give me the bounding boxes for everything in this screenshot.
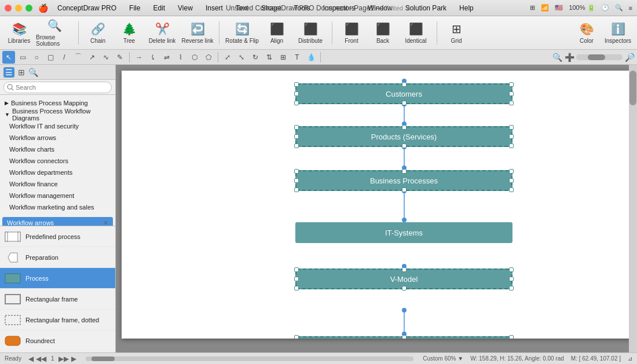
handle-bc[interactable] xyxy=(402,187,407,192)
nav-workflow-connectors[interactable]: Workflow connectors xyxy=(0,155,115,167)
group-tool[interactable]: ⊞ xyxy=(277,51,290,64)
canvas-vertical-scrollbar[interactable] xyxy=(629,65,637,352)
pointer-tool[interactable]: ↖ xyxy=(2,51,15,64)
inspectors-button[interactable]: ℹ️ Inspectors xyxy=(603,19,632,47)
handle-ml[interactable] xyxy=(294,134,299,139)
page-first-button[interactable]: ◀◀ xyxy=(36,355,46,363)
shape-preparation[interactable]: Preparation xyxy=(0,247,115,268)
handle-tr[interactable] xyxy=(509,267,514,272)
handle-tl[interactable] xyxy=(294,125,299,130)
nav-tag-workflow-arrows[interactable]: Workflow arrows ✕ xyxy=(2,217,113,226)
menu-file[interactable]: File xyxy=(127,3,142,13)
tree-button[interactable]: 🌲 Tree xyxy=(115,19,144,47)
page-last-button[interactable]: ▶▶ xyxy=(58,355,69,363)
handle-bc[interactable] xyxy=(402,286,407,291)
handle-br[interactable] xyxy=(509,101,514,105)
maximize-button[interactable] xyxy=(25,5,32,12)
arc-tool[interactable]: ⌒ xyxy=(72,51,85,64)
libraries-button[interactable]: 📚 Libraries xyxy=(5,19,34,47)
identical-button[interactable]: ⬛ Identical xyxy=(400,19,432,47)
handle-mr[interactable] xyxy=(509,134,514,139)
handle-bc[interactable] xyxy=(402,101,407,105)
customers-node[interactable]: Customers xyxy=(295,83,512,104)
move-tool[interactable]: ⤢ xyxy=(221,51,234,64)
shape-rect-frame-dotted[interactable]: Rectangular frame, dotted xyxy=(0,310,115,330)
nav-workflow-arrows[interactable]: Workflow arrows xyxy=(0,132,115,144)
front-button[interactable]: ⬛ Front xyxy=(337,19,366,47)
page-prev-button[interactable]: ◀ xyxy=(28,355,34,363)
it-systems-node[interactable]: IT-Systems xyxy=(295,222,512,243)
align-button[interactable]: ⬛ Align xyxy=(262,19,291,47)
handle-tc[interactable] xyxy=(402,169,407,174)
chain-button[interactable]: 🔗 Chain xyxy=(83,19,112,47)
nav-workflow-it[interactable]: Workflow IT and security xyxy=(0,120,115,132)
handle-tl[interactable] xyxy=(294,169,299,174)
shape-predefined-process[interactable]: Predefined process xyxy=(0,226,115,247)
canvas-area[interactable]: Customers Products (Services) xyxy=(116,65,637,352)
search-input[interactable] xyxy=(3,82,112,93)
close-button[interactable] xyxy=(5,5,12,12)
zoom-in-button[interactable]: ➕ xyxy=(564,52,574,62)
menu-help[interactable]: Help xyxy=(457,3,476,13)
bezier-tool[interactable]: ∿ xyxy=(100,51,112,64)
arrow-tool[interactable]: → xyxy=(133,51,145,64)
products-node[interactable]: Products (Services) xyxy=(295,126,512,147)
rrect-tool[interactable]: ▢ xyxy=(44,51,57,64)
bent-arrow-tool[interactable]: ⤹ xyxy=(147,51,159,64)
handle-ml[interactable] xyxy=(294,277,299,281)
distribute-button[interactable]: ⬛ Distribute xyxy=(294,19,327,47)
handle-bl[interactable] xyxy=(294,101,299,105)
handle-tc[interactable] xyxy=(402,82,407,87)
v-model-node[interactable]: V-Model xyxy=(295,269,512,289)
menu-edit[interactable]: Edit xyxy=(151,3,167,13)
handle-tl[interactable] xyxy=(294,335,299,339)
shape-process[interactable]: Process xyxy=(0,268,115,289)
nav-workflow-management[interactable]: Workflow management xyxy=(0,190,115,201)
handle-tc[interactable] xyxy=(402,125,407,130)
close-workflow-arrows-icon[interactable]: ✕ xyxy=(103,219,108,226)
nav-business-process-mapping[interactable]: ▶ Business Process Mapping xyxy=(0,97,115,109)
delete-link-button[interactable]: ✂️ Delete link xyxy=(146,19,178,47)
list-view-icon[interactable]: ☰ xyxy=(3,67,14,78)
nav-workflow-finance[interactable]: Workflow finance xyxy=(0,178,115,190)
handle-tl[interactable] xyxy=(294,82,299,87)
search-icon[interactable]: 🔍 xyxy=(615,4,623,12)
line-tool[interactable]: / xyxy=(58,51,71,64)
menu-appname[interactable]: ConceptDraw PRO xyxy=(55,3,119,13)
handle-tr[interactable] xyxy=(509,82,514,87)
menu-icon[interactable]: ≡ xyxy=(629,5,632,12)
handle-ml[interactable] xyxy=(294,91,299,96)
double-arrow-tool[interactable]: ⇌ xyxy=(160,51,173,64)
rect-tool[interactable]: ▭ xyxy=(16,51,29,64)
handle-mr[interactable] xyxy=(509,91,514,96)
canvas-scrollbar-thumb[interactable] xyxy=(629,71,636,105)
path-tool[interactable]: ⌇ xyxy=(174,51,187,64)
handle-tc[interactable] xyxy=(402,335,407,339)
shape-roundrect[interactable]: Roundrect xyxy=(0,330,115,351)
zoom-label[interactable]: Custom 60% ▼ xyxy=(423,355,463,362)
zoom-slider-thumb[interactable] xyxy=(588,54,605,60)
zoom-slider-track[interactable] xyxy=(576,54,623,60)
node-tool[interactable]: ⬡ xyxy=(188,51,201,64)
mirror-tool[interactable]: ⇅ xyxy=(263,51,276,64)
handle-tr[interactable] xyxy=(509,169,514,174)
handle-ml[interactable] xyxy=(294,178,299,183)
minimize-button[interactable] xyxy=(15,5,22,12)
handle-bl[interactable] xyxy=(294,144,299,148)
search-panel-icon[interactable]: 🔍 xyxy=(28,68,38,77)
color-button[interactable]: 🎨 Color xyxy=(572,19,601,47)
grid-view-icon[interactable]: ⊞ xyxy=(18,68,25,77)
text-tool[interactable]: T xyxy=(291,51,303,64)
handle-bc[interactable] xyxy=(402,144,407,148)
handle-mr[interactable] xyxy=(509,178,514,183)
rotate-flip-button[interactable]: 🔄 Rotate & Flip xyxy=(224,19,260,47)
nav-workflow-departments[interactable]: Workflow departments xyxy=(0,167,115,178)
pencil-tool[interactable]: ✎ xyxy=(114,51,126,64)
reverse-link-button[interactable]: ↩️ Reverse link xyxy=(181,19,214,47)
menu-view[interactable]: View xyxy=(175,3,195,13)
menu-insert[interactable]: Insert xyxy=(203,3,225,13)
nav-business-process-workflow[interactable]: ▼ Business Process Workflow Diagrams xyxy=(0,109,115,120)
handle-br[interactable] xyxy=(509,187,514,192)
page-next-button[interactable]: ▶ xyxy=(71,355,76,363)
canvas-paper[interactable]: Customers Products (Services) xyxy=(122,71,631,339)
